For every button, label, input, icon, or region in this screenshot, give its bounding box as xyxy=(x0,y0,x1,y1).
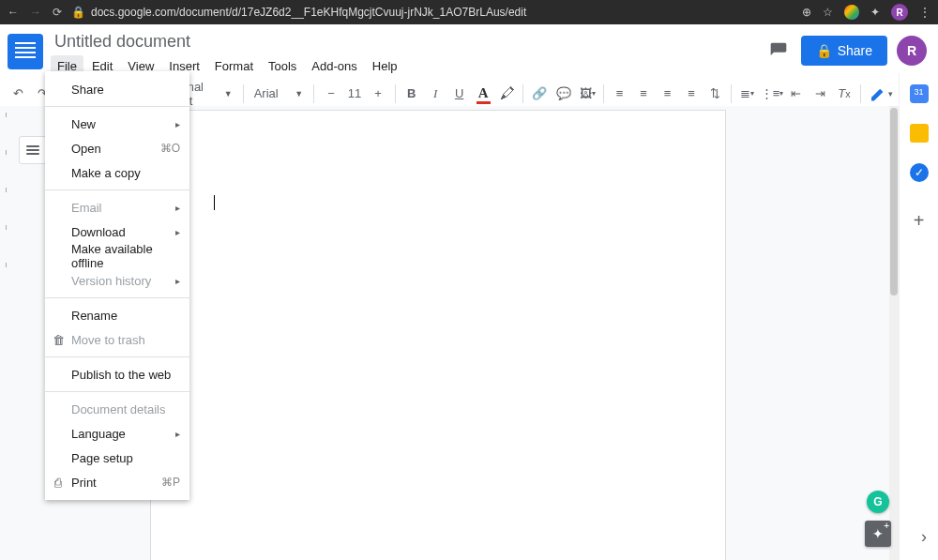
clear-format-button[interactable]: Tx xyxy=(833,82,855,106)
menu-item-label: Email xyxy=(71,201,102,215)
addons-plus-icon[interactable]: + xyxy=(914,210,925,232)
menu-item-label: Page setup xyxy=(71,451,133,465)
align-justify-button[interactable]: ≡ xyxy=(680,82,703,106)
submenu-arrow-icon: ▸ xyxy=(175,119,180,129)
file-menu-open[interactable]: Open⌘O xyxy=(45,136,189,160)
extensions-icon[interactable]: ✦ xyxy=(870,6,880,19)
zoom-icon[interactable]: ⊕ xyxy=(802,6,811,19)
shortcut-label: ⌘O xyxy=(160,142,180,155)
browser-menu-icon[interactable]: ⋮ xyxy=(919,8,930,16)
nav-reload-icon[interactable]: ⟳ xyxy=(53,6,62,19)
insert-link-button[interactable]: 🔗 xyxy=(528,82,551,106)
menu-tools[interactable]: Tools xyxy=(262,55,303,77)
file-menu-move-to-trash: 🗑Move to trash xyxy=(45,327,189,352)
file-menu-download[interactable]: Download▸ xyxy=(45,219,189,244)
document-page[interactable] xyxy=(150,110,726,560)
menu-item-label: Print xyxy=(71,476,97,490)
share-label: Share xyxy=(838,43,872,58)
bold-button[interactable]: B xyxy=(401,82,423,106)
bookmark-star-icon[interactable]: ☆ xyxy=(823,6,833,19)
docs-logo-icon[interactable] xyxy=(8,34,43,69)
menu-item-label: Download xyxy=(71,225,126,239)
file-menu-email: Email▸ xyxy=(45,195,189,219)
font-size-input[interactable]: 11 xyxy=(343,86,366,100)
menu-item-label: Language xyxy=(71,427,126,441)
pen-icon xyxy=(871,86,886,101)
bulleted-list-button[interactable]: ⋮≡▾ xyxy=(761,82,784,106)
account-avatar[interactable]: R xyxy=(897,36,927,66)
explore-button[interactable] xyxy=(865,521,891,547)
docs-header: Untitled document FileEditViewInsertForm… xyxy=(0,24,938,77)
vertical-ruler[interactable] xyxy=(3,110,10,560)
doc-title[interactable]: Untitled document xyxy=(51,30,765,53)
tasks-icon[interactable] xyxy=(910,163,929,182)
underline-button[interactable]: U xyxy=(448,82,471,106)
submenu-arrow-icon: ▸ xyxy=(175,203,180,213)
file-menu-publish-to-the-web[interactable]: Publish to the web xyxy=(45,362,189,386)
menu-item-label: Publish to the web xyxy=(71,368,171,382)
text-cursor xyxy=(214,195,215,210)
calendar-icon[interactable] xyxy=(910,84,929,103)
menu-item-label: Make available offline xyxy=(71,242,178,270)
profile-badge-icon[interactable] xyxy=(844,5,859,20)
align-right-button[interactable]: ≡ xyxy=(657,82,679,106)
nav-forward-icon[interactable]: → xyxy=(30,6,41,19)
font-select[interactable]: Arial▼ xyxy=(249,82,309,106)
file-menu-rename[interactable]: Rename xyxy=(45,303,189,327)
file-menu-print[interactable]: ⎙Print⌘P xyxy=(45,470,189,494)
submenu-arrow-icon: ▸ xyxy=(175,429,180,439)
grammarly-icon[interactable]: G xyxy=(867,491,889,513)
side-panel: + › xyxy=(899,73,938,560)
browser-avatar[interactable]: R xyxy=(891,4,908,21)
menu-format[interactable]: Format xyxy=(208,55,260,77)
outline-icon xyxy=(26,145,39,155)
url-bar[interactable]: 🔒 docs.google.com/document/d/17eJZ6d2__F… xyxy=(71,6,793,19)
file-menu-share[interactable]: Share xyxy=(45,77,189,101)
menu-item-label: Open xyxy=(71,142,101,156)
menu-add-ons[interactable]: Add-ons xyxy=(305,55,363,77)
shortcut-label: ⌘P xyxy=(161,476,180,489)
file-menu-page-setup[interactable]: Page setup xyxy=(45,446,189,470)
menu-item-label: Document details xyxy=(71,402,165,416)
align-left-button[interactable]: ≡ xyxy=(609,82,631,106)
align-center-button[interactable]: ≡ xyxy=(632,82,655,106)
insert-comment-button[interactable]: 💬 xyxy=(552,82,575,106)
lock-icon: 🔒 xyxy=(71,6,85,19)
text-color-button[interactable]: A xyxy=(472,82,494,106)
numbered-list-button[interactable]: ≣▾ xyxy=(736,82,759,106)
keep-icon[interactable] xyxy=(910,124,929,143)
editing-mode-button[interactable]: ▾ xyxy=(866,84,899,103)
file-menu-language[interactable]: Language▸ xyxy=(45,421,189,446)
comments-icon[interactable] xyxy=(765,38,792,64)
menu-item-icon: 🗑 xyxy=(51,333,66,347)
submenu-arrow-icon: ▸ xyxy=(175,227,180,237)
italic-button[interactable]: I xyxy=(424,82,446,106)
increase-indent-button[interactable]: ⇥ xyxy=(809,82,832,106)
font-increase-button[interactable]: + xyxy=(366,82,390,106)
file-menu-new[interactable]: New▸ xyxy=(45,112,189,136)
outline-toggle-button[interactable] xyxy=(19,136,47,164)
nav-back-icon[interactable]: ← xyxy=(8,6,19,19)
insert-image-button[interactable]: 🖼▾ xyxy=(576,82,598,106)
menu-item-label: Version history xyxy=(71,274,151,288)
file-menu-make-a-copy[interactable]: Make a copy xyxy=(45,160,189,185)
browser-chrome: ← → ⟳ 🔒 docs.google.com/document/d/17eJZ… xyxy=(0,0,938,24)
menu-help[interactable]: Help xyxy=(366,55,404,77)
lock-icon: 🔒 xyxy=(816,43,832,58)
url-text: docs.google.com/document/d/17eJZ6d2__F1e… xyxy=(91,6,526,19)
menu-item-label: Rename xyxy=(71,309,117,323)
side-panel-collapse-icon[interactable]: › xyxy=(921,527,927,547)
highlight-button[interactable]: 🖍 xyxy=(496,82,519,106)
share-button[interactable]: 🔒 Share xyxy=(801,36,887,66)
file-menu-make-available-offline[interactable]: Make available offline xyxy=(45,244,189,268)
scroll-thumb[interactable] xyxy=(890,108,898,295)
file-menu-document-details: Document details xyxy=(45,397,189,421)
file-menu-dropdown: ShareNew▸Open⌘OMake a copyEmail▸Download… xyxy=(45,71,189,500)
undo-button[interactable]: ↶ xyxy=(8,82,30,106)
font-decrease-button[interactable]: − xyxy=(319,82,343,106)
menu-item-label: Move to trash xyxy=(71,333,145,347)
decrease-indent-button[interactable]: ⇤ xyxy=(785,82,808,106)
line-spacing-button[interactable]: ⇅ xyxy=(704,82,727,106)
submenu-arrow-icon: ▸ xyxy=(175,276,180,286)
menu-item-label: Make a copy xyxy=(71,166,141,180)
